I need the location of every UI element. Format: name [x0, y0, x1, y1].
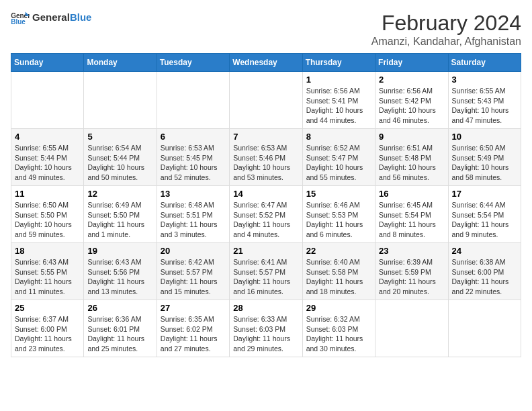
- calendar-table: SundayMondayTuesdayWednesdayThursdayFrid…: [11, 53, 521, 357]
- day-number: 27: [161, 303, 226, 313]
- calendar-cell: [448, 300, 521, 357]
- calendar-cell: 6Sunrise: 6:53 AM Sunset: 5:45 PM Daylig…: [157, 129, 229, 186]
- page-header: General Blue GeneralBlue February 2024 A…: [11, 11, 521, 48]
- title-area: February 2024 Amanzi, Kandahar, Afghanis…: [371, 11, 521, 48]
- day-number: 13: [161, 189, 226, 199]
- calendar-cell: 2Sunrise: 6:56 AM Sunset: 5:42 PM Daylig…: [375, 72, 448, 129]
- day-number: 2: [379, 75, 444, 85]
- calendar-cell: 21Sunrise: 6:41 AM Sunset: 5:57 PM Dayli…: [230, 243, 302, 300]
- calendar-cell: 17Sunrise: 6:44 AM Sunset: 5:54 PM Dayli…: [448, 186, 521, 243]
- day-info: Sunrise: 6:50 AM Sunset: 5:50 PM Dayligh…: [15, 200, 80, 240]
- calendar-cell: 14Sunrise: 6:47 AM Sunset: 5:52 PM Dayli…: [230, 186, 302, 243]
- day-number: 4: [15, 132, 80, 142]
- calendar-week-row: 1Sunrise: 6:56 AM Sunset: 5:41 PM Daylig…: [11, 72, 521, 129]
- calendar-cell: 3Sunrise: 6:55 AM Sunset: 5:43 PM Daylig…: [448, 72, 521, 129]
- day-info: Sunrise: 6:49 AM Sunset: 5:50 PM Dayligh…: [87, 200, 152, 240]
- day-number: 26: [87, 303, 152, 313]
- calendar-cell: [157, 72, 229, 129]
- day-info: Sunrise: 6:50 AM Sunset: 5:49 PM Dayligh…: [452, 143, 517, 183]
- day-number: 12: [87, 189, 152, 199]
- day-info: Sunrise: 6:52 AM Sunset: 5:47 PM Dayligh…: [306, 143, 371, 183]
- day-info: Sunrise: 6:53 AM Sunset: 5:46 PM Dayligh…: [233, 143, 298, 183]
- calendar-cell: 9Sunrise: 6:51 AM Sunset: 5:48 PM Daylig…: [375, 129, 448, 186]
- day-info: Sunrise: 6:47 AM Sunset: 5:52 PM Dayligh…: [233, 200, 298, 240]
- day-number: 6: [161, 132, 226, 142]
- day-info: Sunrise: 6:40 AM Sunset: 5:58 PM Dayligh…: [306, 257, 371, 297]
- day-number: 18: [15, 246, 80, 256]
- day-info: Sunrise: 6:44 AM Sunset: 5:54 PM Dayligh…: [452, 200, 517, 240]
- day-number: 5: [87, 132, 152, 142]
- calendar-cell: 20Sunrise: 6:42 AM Sunset: 5:57 PM Dayli…: [157, 243, 229, 300]
- day-number: 1: [306, 75, 371, 85]
- day-info: Sunrise: 6:35 AM Sunset: 6:02 PM Dayligh…: [161, 314, 226, 354]
- day-info: Sunrise: 6:39 AM Sunset: 5:59 PM Dayligh…: [379, 257, 444, 297]
- day-number: 11: [15, 189, 80, 199]
- calendar-cell: 29Sunrise: 6:32 AM Sunset: 6:03 PM Dayli…: [302, 300, 375, 357]
- calendar-cell: 10Sunrise: 6:50 AM Sunset: 5:49 PM Dayli…: [448, 129, 521, 186]
- day-info: Sunrise: 6:55 AM Sunset: 5:43 PM Dayligh…: [452, 86, 517, 126]
- day-info: Sunrise: 6:46 AM Sunset: 5:53 PM Dayligh…: [306, 200, 371, 240]
- day-info: Sunrise: 6:56 AM Sunset: 5:42 PM Dayligh…: [379, 86, 444, 126]
- day-number: 3: [452, 75, 517, 85]
- weekday-header: Wednesday: [230, 54, 302, 72]
- day-info: Sunrise: 6:41 AM Sunset: 5:57 PM Dayligh…: [233, 257, 298, 297]
- day-number: 17: [452, 189, 517, 199]
- logo: General Blue GeneralBlue: [11, 11, 91, 24]
- logo-icon: General Blue: [11, 11, 30, 24]
- day-number: 22: [306, 246, 371, 256]
- day-info: Sunrise: 6:33 AM Sunset: 6:03 PM Dayligh…: [233, 314, 298, 354]
- weekday-header-row: SundayMondayTuesdayWednesdayThursdayFrid…: [11, 54, 521, 72]
- svg-text:Blue: Blue: [11, 18, 26, 24]
- day-info: Sunrise: 6:53 AM Sunset: 5:45 PM Dayligh…: [161, 143, 226, 183]
- day-info: Sunrise: 6:32 AM Sunset: 6:03 PM Dayligh…: [306, 314, 371, 354]
- day-number: 10: [452, 132, 517, 142]
- calendar-cell: [11, 72, 84, 129]
- calendar-cell: [230, 72, 302, 129]
- day-number: 28: [233, 303, 298, 313]
- day-info: Sunrise: 6:56 AM Sunset: 5:41 PM Dayligh…: [306, 86, 371, 126]
- day-info: Sunrise: 6:38 AM Sunset: 6:00 PM Dayligh…: [452, 257, 517, 297]
- calendar-cell: 18Sunrise: 6:43 AM Sunset: 5:55 PM Dayli…: [11, 243, 84, 300]
- calendar-week-row: 18Sunrise: 6:43 AM Sunset: 5:55 PM Dayli…: [11, 243, 521, 300]
- calendar-cell: 4Sunrise: 6:55 AM Sunset: 5:44 PM Daylig…: [11, 129, 84, 186]
- day-info: Sunrise: 6:43 AM Sunset: 5:55 PM Dayligh…: [15, 257, 80, 297]
- weekday-header: Tuesday: [157, 54, 229, 72]
- calendar-cell: [84, 72, 157, 129]
- day-info: Sunrise: 6:48 AM Sunset: 5:51 PM Dayligh…: [161, 200, 226, 240]
- day-number: 29: [306, 303, 371, 313]
- calendar-cell: 1Sunrise: 6:56 AM Sunset: 5:41 PM Daylig…: [302, 72, 375, 129]
- calendar-cell: 13Sunrise: 6:48 AM Sunset: 5:51 PM Dayli…: [157, 186, 229, 243]
- day-info: Sunrise: 6:42 AM Sunset: 5:57 PM Dayligh…: [161, 257, 226, 297]
- weekday-header: Friday: [375, 54, 448, 72]
- day-number: 21: [233, 246, 298, 256]
- calendar-cell: 7Sunrise: 6:53 AM Sunset: 5:46 PM Daylig…: [230, 129, 302, 186]
- calendar-cell: 11Sunrise: 6:50 AM Sunset: 5:50 PM Dayli…: [11, 186, 84, 243]
- day-info: Sunrise: 6:45 AM Sunset: 5:54 PM Dayligh…: [379, 200, 444, 240]
- calendar-cell: 22Sunrise: 6:40 AM Sunset: 5:58 PM Dayli…: [302, 243, 375, 300]
- weekday-header: Sunday: [11, 54, 84, 72]
- day-info: Sunrise: 6:37 AM Sunset: 6:00 PM Dayligh…: [15, 314, 80, 354]
- calendar-cell: 27Sunrise: 6:35 AM Sunset: 6:02 PM Dayli…: [157, 300, 229, 357]
- weekday-header: Thursday: [302, 54, 375, 72]
- weekday-header: Saturday: [448, 54, 521, 72]
- day-number: 15: [306, 189, 371, 199]
- calendar-week-row: 25Sunrise: 6:37 AM Sunset: 6:00 PM Dayli…: [11, 300, 521, 357]
- calendar-cell: 19Sunrise: 6:43 AM Sunset: 5:56 PM Dayli…: [84, 243, 157, 300]
- day-info: Sunrise: 6:55 AM Sunset: 5:44 PM Dayligh…: [15, 143, 80, 183]
- calendar-cell: 16Sunrise: 6:45 AM Sunset: 5:54 PM Dayli…: [375, 186, 448, 243]
- logo-blue: Blue: [70, 11, 92, 23]
- page-title: February 2024: [371, 11, 521, 36]
- day-info: Sunrise: 6:36 AM Sunset: 6:01 PM Dayligh…: [87, 314, 152, 354]
- day-number: 14: [233, 189, 298, 199]
- day-number: 9: [379, 132, 444, 142]
- day-number: 16: [379, 189, 444, 199]
- calendar-cell: 8Sunrise: 6:52 AM Sunset: 5:47 PM Daylig…: [302, 129, 375, 186]
- calendar-cell: 28Sunrise: 6:33 AM Sunset: 6:03 PM Dayli…: [230, 300, 302, 357]
- weekday-header: Monday: [84, 54, 157, 72]
- calendar-cell: 5Sunrise: 6:54 AM Sunset: 5:44 PM Daylig…: [84, 129, 157, 186]
- calendar-cell: 23Sunrise: 6:39 AM Sunset: 5:59 PM Dayli…: [375, 243, 448, 300]
- day-number: 7: [233, 132, 298, 142]
- calendar-cell: 26Sunrise: 6:36 AM Sunset: 6:01 PM Dayli…: [84, 300, 157, 357]
- day-info: Sunrise: 6:54 AM Sunset: 5:44 PM Dayligh…: [87, 143, 152, 183]
- day-info: Sunrise: 6:51 AM Sunset: 5:48 PM Dayligh…: [379, 143, 444, 183]
